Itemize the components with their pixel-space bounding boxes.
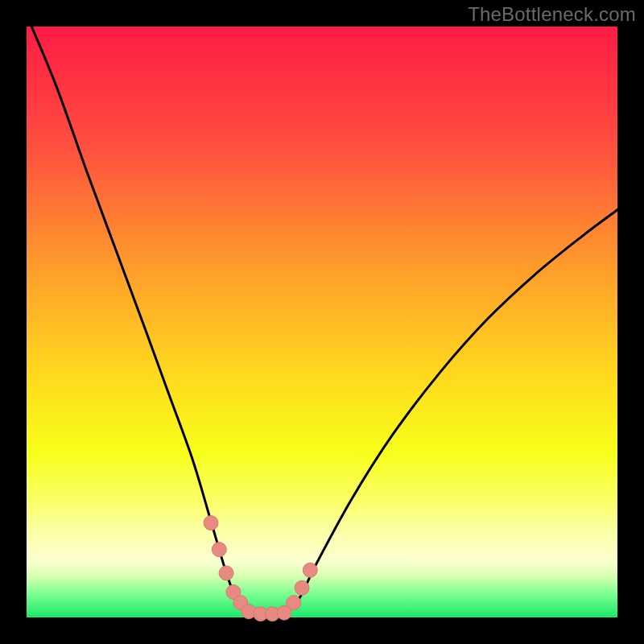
plot-background xyxy=(27,27,617,617)
chart-container: { "watermark": "TheBottleneck.com", "cha… xyxy=(0,0,644,644)
marker-point xyxy=(204,516,218,530)
marker-point xyxy=(287,596,301,610)
watermark-text: TheBottleneck.com xyxy=(468,3,636,26)
marker-point xyxy=(303,563,317,577)
marker-point xyxy=(295,580,309,595)
marker-point xyxy=(212,543,226,557)
chart-svg xyxy=(0,0,644,644)
marker-point xyxy=(219,566,233,580)
